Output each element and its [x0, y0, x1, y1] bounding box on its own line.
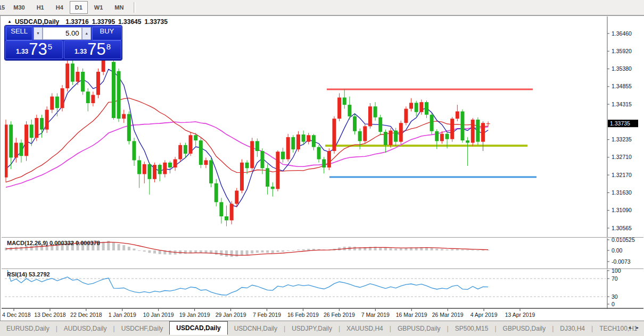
- timeframe-button-15[interactable]: 15: [0, 1, 7, 14]
- candle: [456, 112, 459, 119]
- mt4-terminal: 15M30H1H4D1W1MN ▲ USDCAD,Daily 1.337161.…: [0, 0, 644, 336]
- svg-text:MACD(12,26,9) 0.000332 0.00037: MACD(12,26,9) 0.000332 0.000378: [7, 240, 100, 246]
- candle: [276, 152, 279, 189]
- tab-gbpusd-daily[interactable]: GBPUSD,Daily: [391, 322, 447, 335]
- candle: [255, 141, 259, 151]
- timeframe-button-mn[interactable]: MN: [109, 1, 129, 14]
- candle: [137, 160, 141, 174]
- svg-text:70: 70: [612, 275, 618, 282]
- candle: [245, 163, 249, 169]
- candle: [415, 103, 418, 112]
- candle: [30, 124, 34, 138]
- svg-text:1.34315: 1.34315: [612, 101, 632, 107]
- candle: [450, 119, 454, 139]
- tab-eurusd-daily[interactable]: EURUSD,Daily: [0, 322, 56, 335]
- candle: [481, 123, 485, 141]
- tab-usdjpy-daily[interactable]: USDJPY,Daily: [285, 322, 338, 335]
- tab-sp500-m15[interactable]: SP500,M15: [449, 322, 495, 335]
- candle: [404, 109, 408, 123]
- timeframe-button-h4[interactable]: H4: [51, 1, 69, 14]
- candle: [353, 116, 357, 131]
- svg-text:16 Feb 2019: 16 Feb 2019: [287, 312, 319, 318]
- candle: [348, 105, 351, 116]
- candle: [214, 183, 218, 202]
- svg-text:7 Mar 2019: 7 Mar 2019: [361, 312, 390, 318]
- candle: [55, 97, 59, 108]
- candle: [261, 151, 265, 168]
- tab-usdchf-daily[interactable]: USDCHF,Daily: [115, 322, 170, 335]
- sell-price-base: 1.33: [16, 48, 28, 55]
- candle: [266, 168, 269, 187]
- candle: [122, 114, 126, 119]
- candle: [117, 71, 121, 119]
- symbol-label: USDCAD,Daily: [15, 18, 59, 26]
- timeframe-button-m30[interactable]: M30: [8, 1, 30, 14]
- one-click-trading-panel: SELL ▼ 5.00 ▲ BUY 1.33 73 5 1.33 75 8: [5, 26, 122, 60]
- candle: [343, 97, 346, 105]
- chart-canvas[interactable]: 1.364601.359201.353801.348551.343151.332…: [1, 16, 644, 321]
- svg-text:RSI(14) 53.2792: RSI(14) 53.2792: [7, 271, 50, 278]
- tab-scroll-arrows[interactable]: ◂ ▸: [628, 325, 641, 330]
- svg-text:1 Jan 2019: 1 Jan 2019: [109, 312, 136, 318]
- tab-usdcad-daily[interactable]: USDCAD,Daily: [169, 321, 227, 335]
- tab-xauusd-h4[interactable]: XAUUSD,H4: [340, 322, 390, 335]
- candle: [363, 126, 367, 141]
- candle: [219, 202, 223, 216]
- timeframe-button-d1[interactable]: D1: [70, 1, 88, 14]
- svg-text:0: 0: [612, 301, 615, 307]
- candle: [35, 118, 38, 138]
- tab-dj30-h4[interactable]: DJ30,H4: [554, 322, 591, 335]
- svg-text:1.31630: 1.31630: [612, 189, 632, 196]
- candle: [430, 115, 434, 131]
- candle: [332, 119, 336, 151]
- candle: [96, 72, 100, 95]
- candle: [81, 72, 85, 91]
- candle: [419, 102, 423, 112]
- svg-text:100: 100: [612, 267, 621, 274]
- candle: [178, 145, 182, 159]
- timeframe-button-h1[interactable]: H1: [31, 1, 49, 14]
- svg-text:16 Mar 2019: 16 Mar 2019: [396, 312, 427, 318]
- svg-text:26 Mar 2019: 26 Mar 2019: [432, 312, 464, 318]
- candle: [445, 134, 449, 139]
- collapse-triangle-icon[interactable]: ▲: [7, 19, 12, 24]
- tab-usdcnh-daily[interactable]: USDCNH,Daily: [228, 322, 284, 335]
- candle: [65, 63, 69, 88]
- candle: [14, 143, 18, 158]
- svg-text:30: 30: [612, 293, 618, 300]
- candle: [312, 135, 316, 147]
- sell-price-point: 5: [48, 42, 52, 51]
- tab-gbpusd-daily[interactable]: GBPUSD,Daily: [497, 322, 552, 335]
- candle: [425, 102, 428, 115]
- volume-decrease-button[interactable]: ▼: [34, 27, 42, 40]
- timeframe-button-w1[interactable]: W1: [89, 1, 109, 14]
- candle: [194, 135, 197, 140]
- svg-text:1.32710: 1.32710: [612, 154, 632, 160]
- buy-price-point: 8: [106, 42, 111, 51]
- ohlc-readout: 1.337161.337951.336451.33735: [62, 18, 168, 26]
- candle: [307, 135, 310, 141]
- sell-button[interactable]: SELL: [6, 27, 32, 40]
- svg-text:1.32170: 1.32170: [612, 172, 632, 178]
- volume-input[interactable]: 5.00: [43, 27, 82, 40]
- candle: [302, 135, 306, 142]
- candle: [225, 216, 228, 220]
- candle: [204, 160, 208, 165]
- candle: [476, 120, 480, 142]
- candle: [127, 114, 131, 141]
- svg-text:1.31090: 1.31090: [612, 207, 632, 213]
- buy-button[interactable]: BUY: [92, 27, 122, 40]
- buy-price-display[interactable]: 1.33 75 8: [64, 40, 121, 59]
- candle: [189, 135, 193, 154]
- volume-increase-button[interactable]: ▲: [82, 27, 90, 40]
- candle: [384, 132, 387, 145]
- candle: [394, 131, 398, 142]
- open-value: 1.33716: [65, 18, 88, 26]
- candle: [230, 204, 234, 220]
- candle: [163, 163, 167, 174]
- tab-audusd-daily[interactable]: AUDUSD,Daily: [57, 322, 113, 335]
- sell-price-display[interactable]: 1.33 73 5: [5, 40, 63, 59]
- svg-text:1.33235: 1.33235: [612, 136, 632, 142]
- candle: [19, 143, 23, 156]
- candle: [76, 72, 79, 82]
